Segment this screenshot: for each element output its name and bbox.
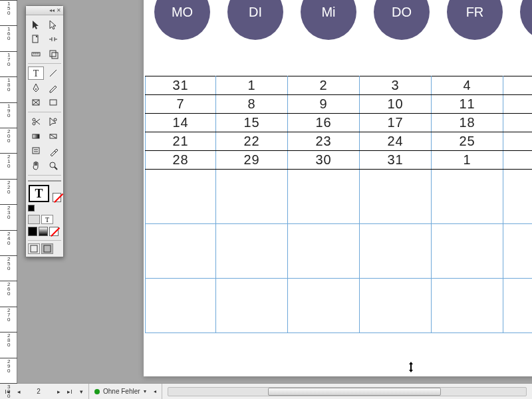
document-canvas[interactable]: MODIMiDOFRS 3112347891011141516171821222… xyxy=(17,0,532,383)
calendar-cell[interactable] xyxy=(503,170,533,224)
calendar-cell[interactable] xyxy=(216,170,288,224)
close-icon[interactable]: ✕ xyxy=(57,8,61,13)
calendar-cell[interactable] xyxy=(288,170,360,224)
panel-header[interactable]: ◂◂ ✕ xyxy=(26,6,63,15)
pen-tool[interactable] xyxy=(28,81,44,94)
calendar-cell[interactable]: 2 xyxy=(288,76,360,95)
calendar-cell[interactable]: 21 xyxy=(146,132,216,151)
status-menu-icon[interactable]: ▾ xyxy=(144,388,146,394)
hand-tool[interactable] xyxy=(28,159,44,172)
free-transform-tool[interactable] xyxy=(45,115,61,128)
collapse-icon[interactable]: ◂◂ xyxy=(49,8,55,13)
calendar-cell[interactable] xyxy=(216,224,288,279)
calendar-cell[interactable] xyxy=(146,170,216,224)
calendar-cell[interactable] xyxy=(503,132,533,151)
calendar-cell[interactable]: 1 xyxy=(216,76,288,95)
calendar-cell[interactable]: 4 xyxy=(432,76,503,95)
calendar-cell[interactable]: 7 xyxy=(146,95,216,114)
pencil-tool[interactable] xyxy=(45,81,61,94)
content-placer-tool[interactable] xyxy=(45,47,61,61)
calendar-table[interactable]: 3112347891011141516171821222324252829303… xyxy=(145,76,532,333)
calendar-cell[interactable]: 11 xyxy=(432,95,503,114)
calendar-cell[interactable] xyxy=(503,95,533,114)
calendar-cell[interactable]: 1 xyxy=(432,151,503,170)
scissors-tool[interactable] xyxy=(28,115,44,128)
calendar-cell[interactable] xyxy=(288,279,360,333)
note-tool[interactable] xyxy=(28,144,44,158)
calendar-cell[interactable]: 23 xyxy=(288,132,360,151)
calendar-cell[interactable] xyxy=(503,151,533,170)
calendar-cell[interactable] xyxy=(288,224,360,279)
calendar-cell[interactable] xyxy=(360,224,432,279)
calendar-cell[interactable]: 15 xyxy=(216,114,288,132)
svg-rect-10 xyxy=(50,100,57,105)
calendar-cell[interactable]: 10 xyxy=(360,95,432,114)
calendar-cell[interactable]: 29 xyxy=(216,151,288,170)
apply-color-swatch[interactable] xyxy=(28,227,37,236)
rectangle-tool[interactable] xyxy=(45,96,61,109)
calendar-cell[interactable]: 30 xyxy=(288,151,360,170)
page-tool[interactable] xyxy=(28,33,44,46)
calendar-cell[interactable] xyxy=(432,279,503,333)
gap-tool[interactable] xyxy=(45,33,61,46)
calendar-cell[interactable]: 14 xyxy=(146,114,216,132)
line-tool[interactable] xyxy=(45,66,61,80)
calendar-cell[interactable] xyxy=(360,170,432,224)
calendar-cell[interactable]: 31 xyxy=(360,151,432,170)
tools-panel[interactable]: ◂◂ ✕ TTT xyxy=(25,5,64,257)
pages-menu-button[interactable]: ▾ xyxy=(76,387,86,396)
direct-selection-tool[interactable] xyxy=(45,18,61,31)
gradient-swatch-tool[interactable] xyxy=(28,130,44,143)
preflight-status[interactable]: Ohne Fehler ▾ ◂ xyxy=(89,384,162,399)
calendar-cell[interactable]: 16 xyxy=(288,114,360,132)
eyedropper-tool[interactable] xyxy=(45,144,61,158)
calendar-cell[interactable]: 3 xyxy=(360,76,432,95)
default-fill-stroke-icon[interactable] xyxy=(28,205,35,211)
calendar-cell[interactable] xyxy=(432,224,503,279)
formatting-affects-text[interactable]: T xyxy=(29,185,49,202)
open-panel-icon[interactable]: ◂ xyxy=(154,388,156,394)
scrollbar-thumb[interactable] xyxy=(268,388,441,396)
rectangle-frame-tool[interactable] xyxy=(28,96,44,109)
next-page-button[interactable]: ▸ xyxy=(54,387,63,396)
calendar-cell[interactable]: 28 xyxy=(146,151,216,170)
calendar-cell[interactable]: 22 xyxy=(216,132,288,151)
type-tool[interactable]: T xyxy=(28,66,44,80)
formatting-text[interactable]: T xyxy=(41,215,53,224)
gradient-feather-tool[interactable] xyxy=(45,130,61,143)
calendar-cell[interactable] xyxy=(146,224,216,279)
calendar-cell[interactable] xyxy=(146,279,216,333)
calendar-cell[interactable]: 9 xyxy=(288,95,360,114)
page-number[interactable]: 2 xyxy=(25,388,52,395)
calendar-cell[interactable]: 8 xyxy=(216,95,288,114)
calendar-cell[interactable] xyxy=(503,76,533,95)
apply-gradient-swatch[interactable] xyxy=(39,227,48,236)
table-row xyxy=(146,279,533,333)
calendar-cell[interactable]: 18 xyxy=(432,114,503,132)
calendar-cell[interactable] xyxy=(432,170,503,224)
day-header-fr: FR xyxy=(447,0,503,40)
last-page-button[interactable]: ▸I xyxy=(65,387,74,396)
horizontal-scrollbar[interactable] xyxy=(168,387,527,396)
selection-tool[interactable] xyxy=(28,18,44,31)
calendar-cell[interactable] xyxy=(360,279,432,333)
apply-none-swatch[interactable] xyxy=(49,227,59,236)
calendar-cell[interactable]: 24 xyxy=(360,132,432,151)
calendar-cell[interactable] xyxy=(503,114,533,132)
calendar-cell[interactable]: 25 xyxy=(432,132,503,151)
preview-view[interactable] xyxy=(41,243,53,254)
calendar-cell[interactable] xyxy=(216,279,288,333)
calendar-cell[interactable]: 31 xyxy=(146,76,216,95)
table-row: 7891011 xyxy=(146,95,533,114)
svg-rect-16 xyxy=(33,148,39,154)
calendar-cell[interactable]: 17 xyxy=(360,114,432,132)
normal-view[interactable] xyxy=(28,243,40,254)
calendar-cell[interactable] xyxy=(503,279,533,333)
swap-fill-stroke-icon[interactable] xyxy=(53,193,61,202)
measure-tool[interactable] xyxy=(28,47,44,61)
formatting-container[interactable] xyxy=(28,215,40,224)
status-ok-icon xyxy=(94,389,100,394)
calendar-cell[interactable] xyxy=(503,224,533,279)
svg-point-6 xyxy=(35,88,37,90)
zoom-tool[interactable] xyxy=(45,159,61,172)
